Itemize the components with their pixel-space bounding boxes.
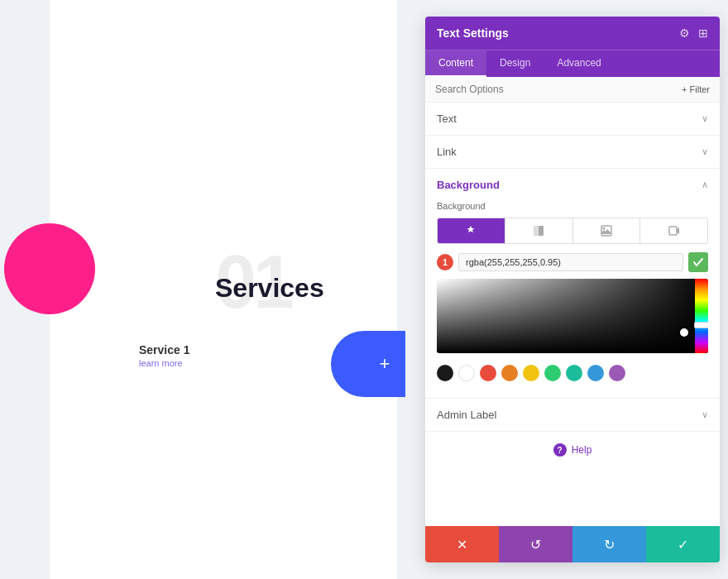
panel-body: Text ∨ Link ∨ Background ∧ Background xyxy=(425,103,720,526)
admin-label-section: Admin Label ∨ xyxy=(425,399,720,432)
link-section-label: Link xyxy=(437,146,457,158)
video-icon xyxy=(668,225,680,237)
plus-icon: + xyxy=(380,353,390,375)
check-icon xyxy=(693,258,703,266)
search-bar: + Filter xyxy=(425,77,720,103)
save-button[interactable]: ✓ xyxy=(646,526,720,562)
panel-header: Text Settings ⚙ ⊞ xyxy=(425,17,720,50)
color-picker-area[interactable] xyxy=(437,279,708,353)
learn-more-link[interactable]: learn more xyxy=(139,358,183,368)
gradient-icon xyxy=(533,225,544,237)
svg-point-2 xyxy=(602,227,605,230)
swatch-yellow[interactable] xyxy=(523,365,539,381)
bg-type-image[interactable] xyxy=(573,218,641,243)
text-chevron-icon: ∨ xyxy=(702,113,708,124)
bg-type-video[interactable] xyxy=(640,218,707,243)
text-section-label: Text xyxy=(437,112,457,125)
color-confirm-button[interactable] xyxy=(688,252,708,272)
panel-header-icons: ⚙ ⊞ xyxy=(679,26,708,40)
background-section-label: Background xyxy=(437,179,500,191)
admin-label-accordion-header[interactable]: Admin Label ∨ xyxy=(425,399,720,431)
tab-design[interactable]: Design xyxy=(486,50,544,77)
image-icon xyxy=(601,225,612,237)
color-input-row: 1 xyxy=(437,252,708,272)
background-chevron-icon: ∧ xyxy=(702,179,708,190)
services-heading: Services xyxy=(215,273,324,304)
redo-button[interactable]: ↻ xyxy=(572,526,646,562)
link-chevron-icon: ∨ xyxy=(702,146,708,157)
color-value-input[interactable] xyxy=(458,253,683,271)
cancel-button[interactable]: ✕ xyxy=(425,526,499,562)
pink-semicircle-decoration xyxy=(4,223,95,314)
layout-icon[interactable]: ⊞ xyxy=(698,26,708,40)
settings-icon[interactable]: ⚙ xyxy=(679,26,690,40)
help-section: ? Help xyxy=(425,432,720,468)
text-section: Text ∨ xyxy=(425,103,720,136)
tab-advanced[interactable]: Advanced xyxy=(544,50,614,77)
color-fill-icon xyxy=(465,225,477,237)
swatch-green[interactable] xyxy=(544,365,561,381)
gradient-overlay xyxy=(437,279,708,353)
background-section: Background ∧ Background xyxy=(425,169,720,399)
undo-button[interactable]: ↺ xyxy=(499,526,572,562)
swatch-black[interactable] xyxy=(437,365,453,381)
link-accordion-header[interactable]: Link ∨ xyxy=(425,136,720,168)
picker-circle-handle[interactable] xyxy=(680,328,688,337)
background-sub-label: Background xyxy=(437,201,708,211)
bg-type-gradient[interactable] xyxy=(505,218,573,243)
swatch-orange[interactable] xyxy=(501,365,518,381)
search-input[interactable] xyxy=(435,84,682,95)
help-label[interactable]: Help xyxy=(572,444,592,456)
page-content: 01 Services Service 1 learn more + xyxy=(50,0,397,579)
canvas-area: 01 Services Service 1 learn more + xyxy=(0,0,405,579)
swatch-white[interactable] xyxy=(458,365,475,381)
link-section: Link ∨ xyxy=(425,136,720,169)
svg-rect-3 xyxy=(669,227,677,235)
color-index-badge: 1 xyxy=(437,254,453,270)
hue-slider-handle[interactable] xyxy=(694,322,708,328)
background-content: Background xyxy=(425,201,720,398)
service-1-label: Service 1 xyxy=(139,343,190,356)
panel-tabs: Content Design Advanced xyxy=(425,50,720,77)
blue-card[interactable]: + xyxy=(331,331,405,397)
swatch-purple[interactable] xyxy=(609,365,625,381)
bg-type-color[interactable] xyxy=(438,218,505,243)
admin-label-text: Admin Label xyxy=(437,409,496,421)
panel-footer: ✕ ↺ ↻ ✓ xyxy=(425,526,720,562)
swatch-cyan[interactable] xyxy=(566,365,582,381)
text-accordion-header[interactable]: Text ∨ xyxy=(425,103,720,135)
panel-title: Text Settings xyxy=(437,26,509,40)
swatch-blue[interactable] xyxy=(587,365,604,381)
bg-type-row xyxy=(437,218,708,244)
color-swatches xyxy=(437,360,708,386)
settings-panel: Text Settings ⚙ ⊞ Content Design Advance… xyxy=(425,17,720,562)
hue-slider[interactable] xyxy=(695,279,708,353)
background-accordion-header[interactable]: Background ∧ xyxy=(425,169,720,201)
swatch-red[interactable] xyxy=(480,365,496,381)
help-icon: ? xyxy=(553,443,567,457)
filter-button[interactable]: + Filter xyxy=(682,84,710,94)
admin-label-chevron-icon: ∨ xyxy=(702,409,708,420)
tab-content[interactable]: Content xyxy=(425,50,486,77)
